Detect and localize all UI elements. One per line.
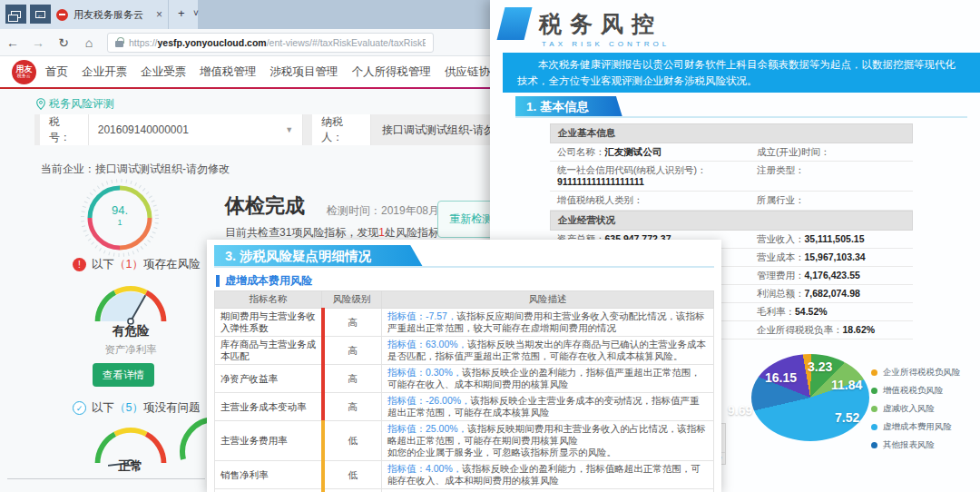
lock-icon [115, 37, 123, 47]
pie-label: 3.23 [808, 359, 832, 374]
column-header: 风险描述 [382, 291, 714, 309]
nav-item-企业受票[interactable]: 企业受票 [141, 64, 186, 80]
risk-cell: 高 [322, 365, 382, 393]
risk-distribution-chart: 3.23 11.84 7.52 9.69 16.15 企业所得税税负风险增值税税… [717, 345, 980, 463]
current-company: 当前企业：接口调试测试组织-请勿修改 [41, 162, 230, 177]
report-subtitle: TAX RISK CONTROL [542, 40, 670, 48]
cell-right: 所属行业： [750, 192, 913, 209]
back-icon[interactable]: ← [0, 35, 25, 50]
cell-left: 统一社会信用代码(纳税人识别号)：911111111111111111 [550, 162, 750, 191]
browser-tab[interactable]: 用友税务服务云 × [51, 0, 169, 29]
cell-right: 营业成本：15,967,103.34 [750, 249, 913, 266]
legend-dot [871, 442, 877, 448]
refresh-icon[interactable]: ↻ [51, 35, 76, 50]
legend-item: 其他报表风险 [871, 439, 961, 451]
risk-cell: 主营业务费用率 [215, 421, 322, 461]
table-header-row: 指标名称风险级别风险描述 [215, 291, 714, 309]
yonyou-logo: 用友税务云 [12, 60, 36, 84]
new-tab-button[interactable]: + [178, 6, 185, 20]
risk-cell: 指标值：0.30%，该指标反映企业资产的盈利能力，指标值略超出正常范围 [382, 489, 714, 492]
group-marker [216, 275, 220, 287]
divider [7, 478, 205, 479]
score-value: 94.1 [78, 205, 162, 228]
legend-dot [871, 406, 877, 412]
forward-icon[interactable]: → [25, 35, 51, 50]
cell-left: 公司名称：汇友测试公司 [550, 143, 750, 161]
column-header: 指标名称 [215, 291, 322, 309]
breadcrumb: 税务风险评测 [36, 96, 114, 112]
pie-legend: 企业所得税税负风险增值税税负风险虚减收入风险虚增成本费用风险其他报表风险 [871, 367, 961, 451]
pie-label: 9.69 [728, 403, 752, 418]
nav-item-首页[interactable]: 首页 [45, 64, 68, 80]
risk-group-title: 虚增成本费用风险 [216, 273, 312, 289]
risk-row: 净资产收益率高指标值：0.30%，该指标反映企业的盈利能力，指标值严重超出正常范… [215, 365, 714, 393]
table-row: 增值税纳税人类别：所属行业： [550, 192, 913, 210]
column-header: 风险级别 [322, 291, 382, 309]
url-text: https://yesfp.yonyoucloud.com/ent-views/… [129, 37, 426, 48]
risk-detail-panel: 3. 涉税风险疑点明细情况 虚增成本费用风险 指标名称风险级别风险描述 期间费用… [207, 240, 721, 492]
screenshot-canvas: ← 用友税务服务云 × + ˅ ← → ↻ ⌂ https://yesfp.yo… [0, 0, 980, 492]
risk-status: 有危险 [87, 323, 174, 339]
section-detail-header: 3. 涉税风险疑点明细情况 [214, 245, 423, 267]
nav-item-个人所得税管理[interactable]: 个人所得税管理 [352, 64, 432, 80]
risk-row: 期间费用与主营业务收入弹性系数高指标值：-7.57，该指标反应期间费用和主营业务… [215, 309, 714, 337]
severity-bar [321, 488, 325, 492]
tab-close-icon[interactable]: × [156, 8, 162, 21]
view-detail-button[interactable]: 查看详情 [93, 363, 154, 387]
legend-dot [871, 424, 877, 430]
section-basic-info-header: 1. 基本信息 [515, 96, 622, 117]
risk-cell: 指标值：63.00%，该指标反映当期发出的库存商品与已确认的主营业务成本是否匹配… [382, 337, 714, 365]
legend-item: 虚减收入风险 [871, 403, 961, 415]
risk-section-header: ! 以下（1）项存在风险 [73, 257, 200, 272]
risk-cell: 指标值：-26.00%，该指标反映企业主营业务成本的变动情况，指标值严重超出正常… [382, 393, 714, 421]
danger-gauge [87, 272, 174, 325]
pie-label: 16.15 [765, 370, 797, 385]
risk-detail-table: 指标名称风险级别风险描述 期间费用与主营业务收入弹性系数高指标值：-7.57，该… [214, 290, 714, 492]
cell-right: 营业收入：35,111,505.15 [750, 231, 913, 248]
ok-status: 正常 [87, 458, 174, 475]
risk-cell: 指标值：25.00%，该指标反映期间费用和主营业务收入的占比情况，该指标略超出正… [382, 421, 714, 461]
tab-title: 用友税务服务云 [74, 8, 151, 22]
section-underline [214, 266, 714, 268]
pie-label: 7.52 [835, 410, 859, 425]
risk-cell: 高 [322, 309, 382, 337]
alert-icon: ! [73, 258, 86, 271]
legend-item: 虚增成本费用风险 [871, 421, 961, 433]
legend-dot [871, 388, 877, 394]
cell-right: 管理费用：4,176,423.55 [750, 267, 913, 284]
tab-preview-icon[interactable]: ← [30, 5, 51, 24]
nav-item-增值税管理[interactable]: 增值税管理 [200, 64, 257, 80]
risk-cell: 销售净利率 [215, 461, 322, 489]
legend-item: 企业所得税税负风险 [871, 367, 961, 379]
nav-item-企业开票[interactable]: 企业开票 [82, 64, 127, 80]
risk-cell: 净资产收益率 [215, 365, 322, 393]
cell-right: 注册类型： [750, 162, 913, 191]
set-tabs-aside-icon[interactable] [5, 5, 26, 24]
location-pin-icon [36, 98, 45, 110]
cell-right: 利润总额：7,682,074.98 [750, 285, 913, 302]
nav-item-涉税项目管理[interactable]: 涉税项目管理 [270, 64, 338, 80]
cell-right: 毛利率：54.52% [750, 303, 913, 320]
address-bar[interactable]: https://yesfp.yonyoucloud.com/ent-views/… [107, 33, 434, 53]
section-underline [515, 116, 967, 118]
risk-row: 销售净利率低指标值：4.00%，该指标反映企业的盈利能力，指标值略超出正常范围，… [215, 461, 714, 489]
cell-right: 企业所得税税负率：18.62% [750, 321, 913, 339]
risk-row: 资产净利率低指标值：0.30%，该指标反映企业资产的盈利能力，指标值略超出正常范… [215, 489, 714, 492]
severity-bar [321, 460, 325, 489]
risk-cell: 指标值：4.00%，该指标反映企业的盈利能力，指标值略超出正常范围，可能存在收入… [382, 461, 714, 489]
legend-dot [871, 369, 877, 376]
risk-cell: 低 [322, 421, 382, 461]
tab-list-chevron-icon[interactable]: ˅ [193, 8, 199, 18]
table-band-basic: 企业基本信息 [550, 123, 913, 143]
home-icon[interactable]: ⌂ [76, 35, 102, 50]
risk-cell: 资产净利率 [215, 489, 322, 492]
tax-no-select[interactable]: 201609140000001▼ [89, 114, 304, 145]
severity-bar [321, 364, 325, 393]
risk-cell: 指标值：0.30%，该指标反映企业的盈利能力，指标值严重超出正常范围，可能存在收… [382, 365, 714, 393]
risk-cell: 期间费用与主营业务收入弹性系数 [215, 309, 322, 337]
table-band-operating: 企业经营状况 [550, 211, 913, 231]
risk-metric: 资产净利率 [87, 343, 174, 357]
check-circle-icon: ✓ [73, 401, 86, 415]
risk-cell: 库存商品与主营业务成本匹配 [215, 337, 322, 365]
risk-row: 库存商品与主营业务成本匹配高指标值：63.00%，该指标反映当期发出的库存商品与… [215, 337, 714, 365]
